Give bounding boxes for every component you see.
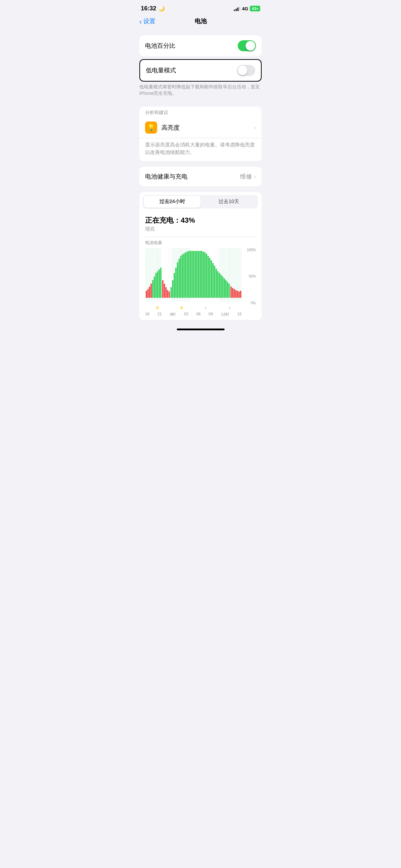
svg-rect-33 [183, 253, 185, 298]
svg-rect-65 [235, 290, 237, 298]
x-label-21: 21 [158, 312, 162, 317]
svg-rect-66 [237, 291, 238, 298]
svg-rect-40 [195, 251, 196, 298]
charging-icon-2: ⚡ [169, 306, 194, 310]
battery-health-row[interactable]: 电池健康与充电 维修 › [139, 167, 262, 186]
low-power-toggle[interactable] [237, 65, 255, 76]
tab-24h[interactable]: 过去24小时 [144, 196, 201, 208]
network-type: 4G [242, 6, 248, 11]
battery-chart-svg [145, 248, 242, 301]
signal-bar-1 [234, 10, 235, 11]
svg-rect-16 [155, 273, 157, 298]
health-status: 维修 [240, 172, 252, 181]
svg-rect-42 [198, 251, 199, 298]
svg-rect-18 [159, 269, 160, 298]
x-label-0: 0时 [170, 312, 176, 317]
svg-rect-17 [157, 271, 158, 298]
x-label-03: 03 [184, 312, 188, 317]
nav-back-button[interactable]: ‹ 设置 [139, 17, 155, 25]
signal-bar-4 [239, 6, 240, 11]
svg-rect-39 [193, 251, 195, 298]
brightness-description: 显示器亮度高会消耗大量的电量。请考虑降低亮度以改善电池续航能力。 [139, 138, 262, 161]
page-title: 电池 [195, 17, 207, 25]
svg-rect-61 [228, 284, 230, 298]
svg-rect-59 [225, 280, 227, 298]
brightness-label: 高亮度 [161, 124, 254, 132]
svg-rect-10 [146, 291, 147, 298]
svg-rect-13 [150, 284, 152, 298]
svg-rect-46 [204, 252, 206, 298]
svg-rect-47 [206, 254, 207, 298]
chart-tab-bar: 过去24小时 过去10天 [143, 195, 258, 208]
svg-rect-54 [217, 271, 219, 298]
x-label-06: 06 [196, 312, 201, 317]
chart-y-labels: 100% 50% 0% [243, 248, 256, 305]
back-arrow-icon: ‹ [139, 18, 142, 25]
status-icons: 4G 43+ [234, 6, 260, 11]
svg-rect-25 [170, 287, 172, 298]
x-label-09: 09 [209, 312, 213, 317]
charging-info: 正在充电：43% 现在 [139, 211, 262, 234]
svg-rect-12 [149, 286, 150, 298]
svg-rect-64 [233, 289, 235, 298]
nav-back-label: 设置 [143, 17, 155, 25]
svg-rect-31 [180, 256, 181, 298]
svg-rect-51 [212, 263, 214, 298]
low-power-section: 低电量模式 [139, 59, 262, 82]
home-indicator-area [134, 326, 267, 336]
battery-percentage-toggle[interactable] [238, 40, 256, 51]
chart-area: 电池电量 100% 50% 0% [139, 237, 262, 320]
toggle-thumb [246, 41, 255, 51]
analysis-row-brightness[interactable]: 💡 高亮度 › [139, 117, 262, 138]
svg-rect-23 [167, 290, 168, 298]
battery-health-section: 电池健康与充电 维修 › [139, 167, 262, 186]
charging-icon-1: ⚡ [145, 306, 169, 310]
svg-rect-30 [179, 259, 180, 298]
charging-icons-row: ⚡ ⚡ ▪ ▪ [145, 305, 242, 310]
health-right: 维修 › [240, 172, 256, 181]
svg-rect-28 [175, 268, 177, 298]
svg-rect-58 [223, 278, 225, 298]
health-chevron-icon: › [254, 174, 256, 180]
brightness-icon: 💡 [145, 122, 157, 134]
chart-x-labels: 18 21 0时 03 06 09 12时 15 [145, 310, 242, 320]
y-label-0: 0% [243, 301, 256, 305]
x-label-12: 12时 [221, 312, 229, 317]
svg-rect-27 [174, 273, 175, 298]
svg-rect-35 [187, 252, 188, 298]
svg-rect-55 [219, 273, 220, 298]
svg-rect-44 [201, 251, 202, 298]
battery-badge: 43+ [250, 6, 260, 11]
signal-bar-3 [237, 7, 238, 11]
svg-rect-45 [203, 252, 204, 298]
svg-rect-57 [222, 277, 223, 298]
charging-subtitle: 现在 [145, 226, 256, 232]
svg-rect-62 [230, 286, 232, 298]
chart-svg [145, 248, 242, 305]
tab-10d[interactable]: 过去10天 [201, 196, 258, 208]
svg-rect-15 [154, 277, 155, 298]
charging-icon-4: ▪ [217, 306, 242, 310]
low-power-description: 低电量模式将暂时降低如下载和邮件抓取等后台活动，直至iPhone完全充电。 [134, 82, 267, 101]
signal-bar-2 [236, 9, 237, 11]
svg-rect-38 [191, 251, 193, 298]
svg-rect-56 [220, 275, 222, 298]
charging-title: 正在充电：43% [145, 216, 256, 225]
status-time: 16:32 [141, 5, 156, 12]
y-label-100: 100% [243, 248, 256, 252]
battery-percentage-row[interactable]: 电池百分比 [139, 35, 262, 56]
y-label-50: 50% [243, 274, 256, 278]
svg-rect-34 [185, 252, 186, 298]
svg-rect-68 [240, 291, 241, 298]
low-power-row[interactable]: 低电量模式 [140, 60, 261, 81]
x-label-18: 18 [145, 312, 149, 317]
battery-percentage-section: 电池百分比 [139, 35, 262, 56]
chart-label: 电池电量 [145, 240, 256, 246]
status-bar: 16:32 🌙 4G 43+ [134, 0, 267, 14]
svg-rect-43 [200, 251, 201, 298]
svg-rect-26 [172, 280, 174, 298]
svg-rect-22 [165, 287, 167, 298]
svg-rect-21 [164, 284, 165, 298]
battery-percentage-label: 电池百分比 [145, 42, 175, 50]
svg-rect-20 [162, 280, 164, 298]
